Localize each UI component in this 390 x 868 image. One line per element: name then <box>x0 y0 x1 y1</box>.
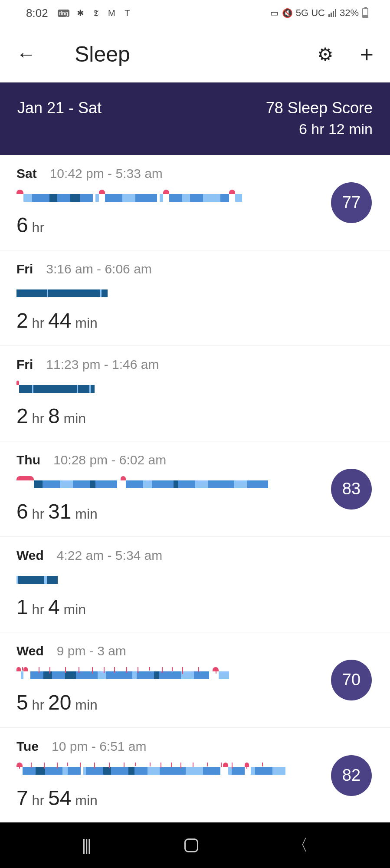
page-title: Sleep <box>75 42 317 67</box>
sleep-stages-bar <box>16 385 95 393</box>
entry-time-range: 10 pm - 6:51 am <box>52 739 146 754</box>
entry-duration: 6 hr <box>16 213 374 237</box>
tesla-app-icon: T <box>122 8 132 18</box>
app-header: ← Sleep ⚙ + <box>0 26 390 82</box>
sleep-entry[interactable]: Tue10 pm - 6:51 am7 hr 54 min82 <box>0 728 390 823</box>
nyt-app-icon: 𝕿 <box>91 8 101 18</box>
entry-time-range: 9 pm - 3 am <box>57 644 126 658</box>
entry-day: Fri <box>16 357 33 372</box>
status-left: 8:02 ring ✱ 𝕿 M T <box>26 7 132 20</box>
entry-time-range: 4:22 am - 5:34 am <box>57 548 162 563</box>
summary-duration: 6 hr 12 min <box>266 121 373 138</box>
sleep-stages-bar <box>16 576 58 584</box>
sleep-stages-bar <box>16 767 285 775</box>
entry-duration: 1 hr 4 min <box>16 595 374 619</box>
sleep-score-badge: 70 <box>331 660 372 700</box>
nav-back-button[interactable]: 〈 <box>292 835 308 856</box>
sleep-entry[interactable]: Thu10:28 pm - 6:02 am6 hr 31 min83 <box>0 441 390 537</box>
sleep-score-badge: 83 <box>331 469 372 510</box>
sleep-entry[interactable]: Sat10:42 pm - 5:33 am6 hr77 <box>0 155 390 250</box>
entry-day: Tue <box>16 739 39 754</box>
entry-day: Thu <box>16 453 40 467</box>
system-nav-bar: ||| 〈 <box>0 822 390 868</box>
status-right: ▭ 🔇 5G UC 32% <box>270 7 368 19</box>
sleep-summary-banner[interactable]: Jan 21 - Sat 78 Sleep Score 6 hr 12 min <box>0 82 390 155</box>
entry-duration: 7 hr 54 min <box>16 786 374 810</box>
sleep-stages-bar <box>16 194 242 202</box>
entry-day: Fri <box>16 262 33 276</box>
signal-icon <box>328 9 336 17</box>
battery-icon <box>362 8 368 18</box>
battery-percent: 32% <box>340 7 359 19</box>
status-bar: 8:02 ring ✱ 𝕿 M T ▭ 🔇 5G UC 32% <box>0 0 390 26</box>
entry-time-range: 11:23 pm - 1:46 am <box>46 357 159 372</box>
sleep-score-badge: 82 <box>331 755 372 796</box>
nav-home-button[interactable] <box>184 838 198 852</box>
network-label: 5G UC <box>296 7 325 19</box>
sleep-entries-list: Sat10:42 pm - 5:33 am6 hr77Fri3:16 am - … <box>0 155 390 863</box>
card-icon: ▭ <box>270 8 279 18</box>
sleep-entry[interactable]: Fri3:16 am - 6:06 am2 hr 44 min <box>0 250 390 346</box>
sleep-entry[interactable]: Wed4:22 am - 5:34 am1 hr 4 min <box>0 537 390 632</box>
sleep-entry[interactable]: Fri11:23 pm - 1:46 am2 hr 8 min <box>0 346 390 441</box>
summary-score: 78 Sleep Score <box>266 99 373 117</box>
summary-date: Jan 21 - Sat <box>17 99 102 117</box>
ring-app-icon: ring <box>58 10 70 17</box>
sleep-score-badge: 77 <box>331 182 372 223</box>
entry-time-range: 3:16 am - 6:06 am <box>46 262 151 276</box>
entry-time-range: 10:28 pm - 6:02 am <box>53 453 166 467</box>
add-button[interactable]: + <box>360 41 374 68</box>
status-time: 8:02 <box>26 7 48 20</box>
gmail-app-icon: M <box>107 8 116 18</box>
entry-duration: 2 hr 8 min <box>16 404 374 428</box>
sleep-stages-bar <box>16 671 229 679</box>
entry-duration: 2 hr 44 min <box>16 309 374 332</box>
bluetooth-icon: ✱ <box>75 8 85 18</box>
settings-button[interactable]: ⚙ <box>317 44 334 65</box>
entry-duration: 6 hr 31 min <box>16 500 374 523</box>
nav-recent-button[interactable]: ||| <box>82 836 90 855</box>
entry-day: Wed <box>16 644 44 658</box>
entry-day: Sat <box>16 166 37 181</box>
sleep-entry[interactable]: Wed9 pm - 3 am5 hr 20 min70 <box>0 632 390 728</box>
entry-time-range: 10:42 pm - 5:33 am <box>50 166 163 181</box>
sleep-stages-bar <box>16 289 108 297</box>
entry-duration: 5 hr 20 min <box>16 690 374 714</box>
back-button[interactable]: ← <box>16 43 36 65</box>
sleep-stages-bar <box>16 480 268 488</box>
mute-icon: 🔇 <box>283 8 292 18</box>
entry-day: Wed <box>16 548 44 563</box>
